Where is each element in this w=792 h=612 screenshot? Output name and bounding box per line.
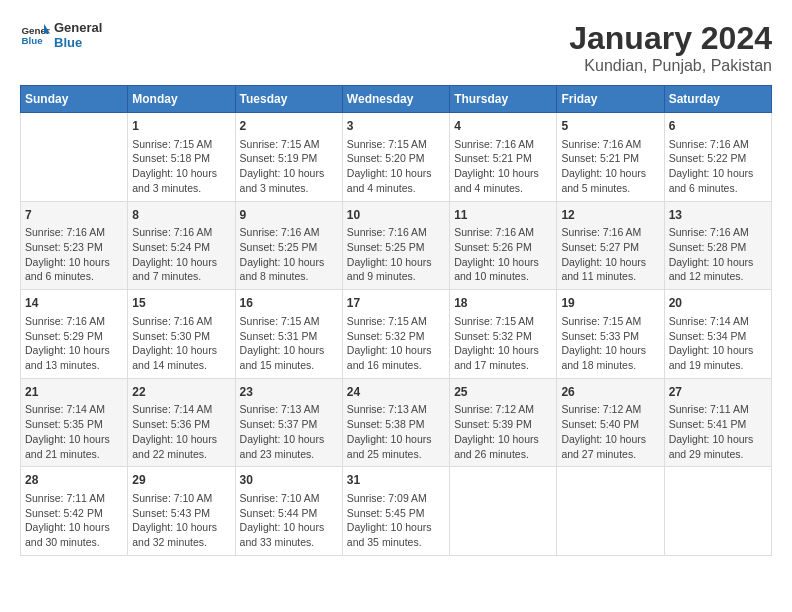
week-row-4: 21Sunrise: 7:14 AMSunset: 5:35 PMDayligh… [21,378,772,467]
day-cell: 5Sunrise: 7:16 AMSunset: 5:21 PMDaylight… [557,113,664,202]
day-number: 21 [25,384,123,401]
day-info: Sunrise: 7:11 AMSunset: 5:41 PMDaylight:… [669,402,767,461]
calendar-table: SundayMondayTuesdayWednesdayThursdayFrid… [20,85,772,556]
day-info: Sunrise: 7:14 AMSunset: 5:36 PMDaylight:… [132,402,230,461]
day-number: 31 [347,472,445,489]
day-info: Sunrise: 7:15 AMSunset: 5:18 PMDaylight:… [132,137,230,196]
day-number: 23 [240,384,338,401]
day-cell: 28Sunrise: 7:11 AMSunset: 5:42 PMDayligh… [21,467,128,556]
day-number: 12 [561,207,659,224]
day-cell [21,113,128,202]
header-cell-tuesday: Tuesday [235,86,342,113]
day-number: 24 [347,384,445,401]
day-cell: 27Sunrise: 7:11 AMSunset: 5:41 PMDayligh… [664,378,771,467]
day-number: 28 [25,472,123,489]
day-info: Sunrise: 7:16 AMSunset: 5:21 PMDaylight:… [454,137,552,196]
day-number: 26 [561,384,659,401]
header-row: SundayMondayTuesdayWednesdayThursdayFrid… [21,86,772,113]
day-cell: 13Sunrise: 7:16 AMSunset: 5:28 PMDayligh… [664,201,771,290]
day-number: 29 [132,472,230,489]
page-title: January 2024 [569,20,772,57]
day-info: Sunrise: 7:14 AMSunset: 5:35 PMDaylight:… [25,402,123,461]
day-info: Sunrise: 7:10 AMSunset: 5:43 PMDaylight:… [132,491,230,550]
day-cell: 14Sunrise: 7:16 AMSunset: 5:29 PMDayligh… [21,290,128,379]
day-cell: 26Sunrise: 7:12 AMSunset: 5:40 PMDayligh… [557,378,664,467]
day-info: Sunrise: 7:10 AMSunset: 5:44 PMDaylight:… [240,491,338,550]
day-info: Sunrise: 7:09 AMSunset: 5:45 PMDaylight:… [347,491,445,550]
day-info: Sunrise: 7:16 AMSunset: 5:26 PMDaylight:… [454,225,552,284]
day-cell: 11Sunrise: 7:16 AMSunset: 5:26 PMDayligh… [450,201,557,290]
day-cell: 19Sunrise: 7:15 AMSunset: 5:33 PMDayligh… [557,290,664,379]
week-row-2: 7Sunrise: 7:16 AMSunset: 5:23 PMDaylight… [21,201,772,290]
day-info: Sunrise: 7:16 AMSunset: 5:29 PMDaylight:… [25,314,123,373]
day-number: 13 [669,207,767,224]
day-cell: 4Sunrise: 7:16 AMSunset: 5:21 PMDaylight… [450,113,557,202]
day-info: Sunrise: 7:16 AMSunset: 5:24 PMDaylight:… [132,225,230,284]
day-number: 7 [25,207,123,224]
day-cell [664,467,771,556]
day-number: 2 [240,118,338,135]
day-number: 5 [561,118,659,135]
day-info: Sunrise: 7:13 AMSunset: 5:38 PMDaylight:… [347,402,445,461]
day-number: 18 [454,295,552,312]
day-cell: 1Sunrise: 7:15 AMSunset: 5:18 PMDaylight… [128,113,235,202]
day-cell: 20Sunrise: 7:14 AMSunset: 5:34 PMDayligh… [664,290,771,379]
day-cell: 21Sunrise: 7:14 AMSunset: 5:35 PMDayligh… [21,378,128,467]
day-cell: 7Sunrise: 7:16 AMSunset: 5:23 PMDaylight… [21,201,128,290]
logo: General Blue General Blue [20,20,102,50]
logo-general: General [54,20,102,35]
header-cell-saturday: Saturday [664,86,771,113]
day-cell: 6Sunrise: 7:16 AMSunset: 5:22 PMDaylight… [664,113,771,202]
week-row-5: 28Sunrise: 7:11 AMSunset: 5:42 PMDayligh… [21,467,772,556]
day-number: 4 [454,118,552,135]
day-number: 30 [240,472,338,489]
day-cell: 2Sunrise: 7:15 AMSunset: 5:19 PMDaylight… [235,113,342,202]
day-number: 16 [240,295,338,312]
page-subtitle: Kundian, Punjab, Pakistan [569,57,772,75]
day-number: 25 [454,384,552,401]
day-info: Sunrise: 7:15 AMSunset: 5:20 PMDaylight:… [347,137,445,196]
day-number: 8 [132,207,230,224]
day-cell: 8Sunrise: 7:16 AMSunset: 5:24 PMDaylight… [128,201,235,290]
title-block: January 2024 Kundian, Punjab, Pakistan [569,20,772,75]
day-number: 19 [561,295,659,312]
day-cell: 9Sunrise: 7:16 AMSunset: 5:25 PMDaylight… [235,201,342,290]
day-cell [450,467,557,556]
day-info: Sunrise: 7:16 AMSunset: 5:25 PMDaylight:… [240,225,338,284]
day-info: Sunrise: 7:16 AMSunset: 5:23 PMDaylight:… [25,225,123,284]
page-header: General Blue General Blue January 2024 K… [20,20,772,75]
header-cell-monday: Monday [128,86,235,113]
day-info: Sunrise: 7:15 AMSunset: 5:32 PMDaylight:… [454,314,552,373]
day-cell: 10Sunrise: 7:16 AMSunset: 5:25 PMDayligh… [342,201,449,290]
day-number: 9 [240,207,338,224]
day-info: Sunrise: 7:12 AMSunset: 5:39 PMDaylight:… [454,402,552,461]
day-info: Sunrise: 7:15 AMSunset: 5:32 PMDaylight:… [347,314,445,373]
day-cell [557,467,664,556]
day-cell: 29Sunrise: 7:10 AMSunset: 5:43 PMDayligh… [128,467,235,556]
day-info: Sunrise: 7:13 AMSunset: 5:37 PMDaylight:… [240,402,338,461]
day-number: 1 [132,118,230,135]
day-info: Sunrise: 7:16 AMSunset: 5:21 PMDaylight:… [561,137,659,196]
day-cell: 25Sunrise: 7:12 AMSunset: 5:39 PMDayligh… [450,378,557,467]
day-info: Sunrise: 7:15 AMSunset: 5:19 PMDaylight:… [240,137,338,196]
day-cell: 18Sunrise: 7:15 AMSunset: 5:32 PMDayligh… [450,290,557,379]
header-cell-thursday: Thursday [450,86,557,113]
day-info: Sunrise: 7:16 AMSunset: 5:22 PMDaylight:… [669,137,767,196]
day-cell: 17Sunrise: 7:15 AMSunset: 5:32 PMDayligh… [342,290,449,379]
day-info: Sunrise: 7:15 AMSunset: 5:31 PMDaylight:… [240,314,338,373]
day-info: Sunrise: 7:15 AMSunset: 5:33 PMDaylight:… [561,314,659,373]
day-number: 6 [669,118,767,135]
day-number: 3 [347,118,445,135]
week-row-1: 1Sunrise: 7:15 AMSunset: 5:18 PMDaylight… [21,113,772,202]
day-number: 22 [132,384,230,401]
day-number: 14 [25,295,123,312]
day-cell: 15Sunrise: 7:16 AMSunset: 5:30 PMDayligh… [128,290,235,379]
day-number: 20 [669,295,767,312]
day-info: Sunrise: 7:12 AMSunset: 5:40 PMDaylight:… [561,402,659,461]
day-cell: 3Sunrise: 7:15 AMSunset: 5:20 PMDaylight… [342,113,449,202]
day-info: Sunrise: 7:16 AMSunset: 5:30 PMDaylight:… [132,314,230,373]
day-cell: 24Sunrise: 7:13 AMSunset: 5:38 PMDayligh… [342,378,449,467]
day-cell: 22Sunrise: 7:14 AMSunset: 5:36 PMDayligh… [128,378,235,467]
day-number: 27 [669,384,767,401]
logo-blue: Blue [54,35,102,50]
